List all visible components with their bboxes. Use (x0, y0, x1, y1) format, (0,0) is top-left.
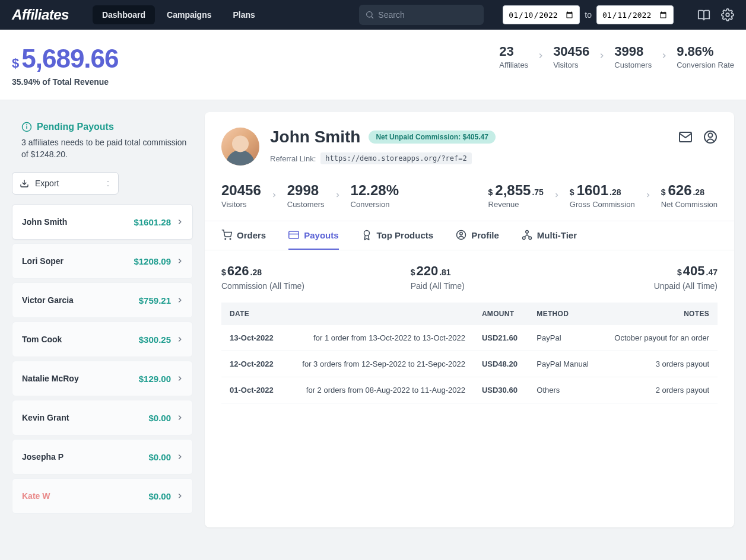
payout-commission: $ 626.28 Commission (All Time) (221, 263, 375, 291)
sidebar: Pending Payouts 3 affiliates needs to be… (12, 112, 193, 514)
svg-point-19 (529, 237, 532, 240)
chevron-right-icon (537, 52, 545, 62)
total-revenue: $ 5,689.66 35.94% of Total Revenue (12, 44, 119, 87)
cell-amount: USD30.60 (474, 377, 528, 403)
referral-link[interactable]: https://demo.storeapps.org/?ref=2 (320, 152, 471, 164)
top-bar: Affiliates Dashboard Campaigns Plans to (0, 0, 746, 30)
kpi-label: Customers (614, 61, 652, 69)
total-revenue-currency: $ (12, 56, 19, 71)
table-row: 13-Oct-2022 for 1 order from 13-Oct-2022… (221, 325, 718, 351)
svg-point-11 (230, 238, 231, 240)
mail-icon[interactable] (678, 130, 693, 144)
kpi-affiliates: 23 Affiliates (499, 44, 528, 69)
stat-label: Conversion (351, 200, 399, 209)
affiliate-name: Lori Soper (22, 256, 64, 266)
affiliate-amount: $1208.09 (134, 256, 171, 266)
pending-desc: 3 affiliates needs to be paid total comm… (21, 137, 193, 160)
top-icons (697, 8, 734, 21)
svg-line-1 (372, 17, 373, 18)
stat-net-commission: $626.28 Net Commission (661, 182, 718, 209)
affiliate-name: Josepha P (22, 452, 64, 462)
affiliate-name: Natalie McRoy (22, 374, 79, 383)
search-input[interactable] (359, 5, 484, 25)
cart-icon (221, 230, 232, 240)
affiliate-item[interactable]: Kevin Grant $0.00 (12, 400, 193, 435)
cell-notes: October payout for an order (601, 325, 718, 351)
tab-multi-tier[interactable]: Multi-Tier (522, 221, 577, 250)
table-row: 01-Oct-2022 for 2 orders from 08-Aug-202… (221, 377, 718, 403)
date-from-input[interactable] (503, 5, 580, 24)
nav-plans[interactable]: Plans (224, 5, 265, 24)
affiliate-name: John Smith (22, 217, 67, 227)
affiliate-amount: $300.25 (139, 335, 171, 345)
th-method: METHOD (528, 303, 600, 325)
stat-gross-commission: $1601.28 Gross Commission (570, 182, 635, 209)
chevron-right-icon (176, 257, 184, 265)
svg-point-17 (526, 231, 529, 234)
date-to-input[interactable] (596, 5, 674, 24)
affiliate-item[interactable]: Lori Soper $1208.09 (12, 243, 193, 279)
svg-point-2 (726, 13, 729, 17)
affiliate-item[interactable]: Natalie McRoy $129.00 (12, 361, 193, 396)
affiliate-amount: $0.00 (148, 413, 171, 423)
affiliate-item[interactable]: Josepha P $0.00 (12, 439, 193, 475)
profile-actions (678, 130, 718, 144)
affiliate-amount: $0.00 (148, 452, 171, 462)
cell-amount: USD21.60 (474, 325, 528, 351)
payout-label: Commission (All Time) (221, 281, 375, 291)
payout-table-wrap: DATE AMOUNT METHOD NOTES 13-Oct-2022 for… (205, 303, 734, 420)
nav-campaigns[interactable]: Campaigns (157, 5, 221, 24)
tab-top-products[interactable]: Top Products (361, 221, 434, 250)
cell-notes: 3 orders payout (601, 351, 718, 377)
table-header-row: DATE AMOUNT METHOD NOTES (221, 303, 718, 325)
export-label: Export (35, 179, 59, 188)
stat-conversion: 12.28% Conversion (351, 182, 399, 209)
docs-icon[interactable] (697, 8, 710, 21)
affiliate-item[interactable]: John Smith $1601.28 (12, 204, 193, 240)
export-wrap: Export (12, 172, 193, 204)
stat-label: Gross Commission (570, 200, 635, 209)
kpi-value: 3998 (614, 44, 652, 59)
stat-label: Customers (287, 200, 325, 209)
svg-point-0 (367, 12, 372, 17)
tab-orders[interactable]: Orders (221, 221, 266, 250)
main-layout: Pending Payouts 3 affiliates needs to be… (0, 100, 746, 539)
tree-icon (522, 230, 532, 240)
affiliate-name: Kevin Grant (22, 413, 69, 422)
kpi-value: 9.86% (677, 44, 734, 59)
search-icon (365, 10, 374, 20)
cell-date: 13-Oct-2022 (221, 325, 285, 351)
svg-point-16 (460, 233, 463, 236)
chevron-right-icon (176, 218, 184, 226)
kpi-value: 30456 (553, 44, 589, 59)
nav-dashboard[interactable]: Dashboard (93, 5, 155, 24)
cell-desc: for 2 orders from 08-Aug-2022 to 11-Aug-… (285, 377, 474, 403)
user-icon[interactable] (703, 130, 718, 144)
svg-point-9 (709, 133, 713, 138)
payout-label: Unpaid (All Time) (564, 281, 718, 291)
svg-point-10 (225, 238, 226, 240)
settings-icon[interactable] (721, 8, 734, 21)
payout-summary: $ 626.28 Commission (All Time) $ 220.81 … (205, 250, 734, 303)
affiliate-item[interactable]: Victor Garcia $759.21 (12, 282, 193, 318)
kpi-value: 23 (499, 44, 528, 59)
tab-profile[interactable]: Profile (456, 221, 499, 250)
tab-payouts[interactable]: Payouts (288, 221, 338, 250)
cell-date: 01-Oct-2022 (221, 377, 285, 403)
kpi-visitors: 30456 Visitors (553, 44, 589, 69)
chevron-right-icon (176, 335, 184, 343)
profile-name: John Smith (270, 128, 360, 147)
kpi-conversion: 9.86% Conversion Rate (677, 44, 734, 69)
chevron-right-icon (660, 52, 668, 62)
affiliate-list: John Smith $1601.28 Lori Soper $1208.09 … (12, 204, 193, 514)
affiliate-item[interactable]: Tom Cook $300.25 (12, 322, 193, 357)
tabs: Orders Payouts Top Products Profile Mult… (205, 221, 734, 250)
table-row: 12-Oct-2022 for 3 orders from 12-Sep-202… (221, 351, 718, 377)
affiliate-item[interactable]: Kate W $0.00 (12, 478, 193, 514)
brand-logo: Affiliates (12, 7, 69, 23)
affiliate-amount: $0.00 (148, 491, 171, 501)
export-button[interactable]: Export (12, 172, 119, 195)
chevron-right-icon (598, 52, 606, 62)
stat-label: Revenue (488, 200, 544, 209)
kpi-customers: 3998 Customers (614, 44, 652, 69)
